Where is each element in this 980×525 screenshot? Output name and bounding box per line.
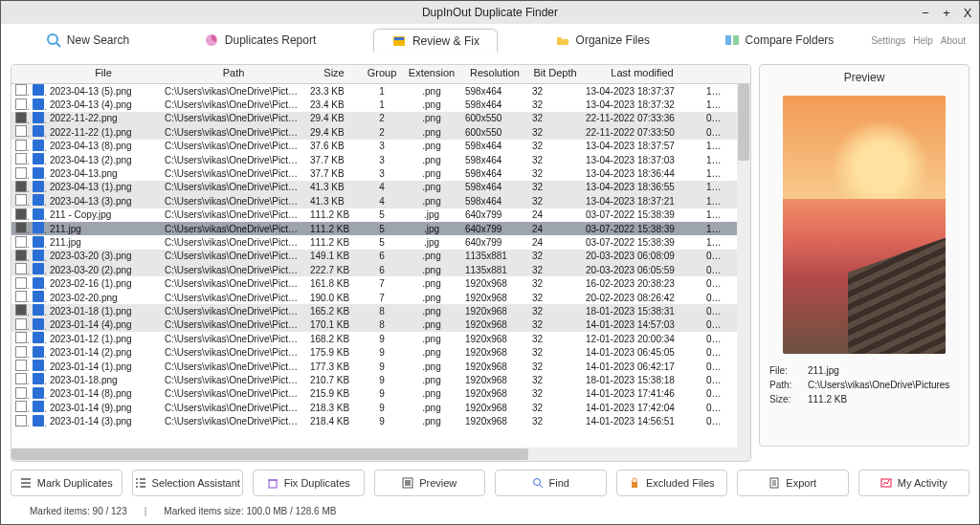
- table-row[interactable]: 2023-01-14 (4).pngC:\Users\vikas\OneDriv…: [11, 318, 750, 332]
- row-checkbox[interactable]: [15, 263, 27, 274]
- table-row[interactable]: 2023-04-13 (3).pngC:\Users\vikas\OneDriv…: [11, 194, 750, 208]
- col-res[interactable]: Resolution: [461, 65, 528, 83]
- row-checkbox[interactable]: [15, 98, 27, 110]
- row-checkbox[interactable]: [15, 332, 27, 343]
- table-row[interactable]: 2023-01-12 (1).pngC:\Users\vikas\OneDriv…: [11, 332, 750, 345]
- row-checkbox[interactable]: [15, 208, 27, 220]
- selection-assistant-button[interactable]: Selection Assistant: [132, 470, 244, 496]
- vertical-scrollbar[interactable]: [737, 84, 750, 448]
- cell-res: 598x464: [461, 139, 528, 153]
- table-row[interactable]: 2023-01-14 (1).pngC:\Users\vikas\OneDriv…: [11, 360, 750, 373]
- cell-group: 6: [362, 263, 402, 277]
- table-row[interactable]: 2023-01-14 (8).pngC:\Users\vikas\OneDriv…: [11, 387, 750, 401]
- col-size[interactable]: Size: [306, 65, 362, 83]
- horizontal-scrollbar[interactable]: [11, 448, 750, 461]
- row-checkbox[interactable]: [15, 125, 27, 137]
- tab-duplicates-report[interactable]: Duplicates Report: [187, 29, 333, 52]
- row-checkbox[interactable]: [15, 236, 27, 248]
- tab-compare-folders[interactable]: Compare Folders: [707, 29, 852, 52]
- mark-duplicates-button[interactable]: Mark Duplicates: [11, 470, 122, 496]
- find-button[interactable]: Find: [495, 470, 607, 496]
- row-checkbox[interactable]: [15, 415, 27, 427]
- cell-bit: 32: [528, 360, 582, 374]
- my-activity-button[interactable]: My Activity: [858, 470, 970, 496]
- cell-mod: 22-11-2022 07:33:36: [582, 111, 702, 125]
- row-checkbox[interactable]: [15, 291, 27, 302]
- table-row[interactable]: 2023-01-14 (9).pngC:\Users\vikas\OneDriv…: [11, 401, 750, 414]
- col-file[interactable]: File: [46, 65, 161, 83]
- table-row[interactable]: 2023-04-13 (1).pngC:\Users\vikas\OneDriv…: [11, 181, 750, 194]
- col-path[interactable]: Path: [161, 65, 306, 83]
- cell-file: 2023-04-13 (1).png: [46, 180, 161, 194]
- table-row[interactable]: 2023-01-18.pngC:\Users\vikas\OneDrive\Pi…: [11, 373, 750, 386]
- cell-lastcol: 06-: [702, 332, 724, 346]
- file-icon: [33, 194, 44, 206]
- table-row[interactable]: 2022-11-22 (1).pngC:\Users\vikas\OneDriv…: [11, 125, 750, 139]
- table-row[interactable]: 2023-02-16 (1).pngC:\Users\vikas\OneDriv…: [11, 276, 750, 290]
- row-checkbox[interactable]: [15, 346, 27, 358]
- cell-mod: 13-04-2023 18:37:03: [582, 153, 702, 167]
- tab-new-search[interactable]: New Search: [29, 29, 146, 52]
- row-checkbox[interactable]: [15, 140, 27, 151]
- maximize-button[interactable]: +: [939, 6, 954, 20]
- row-checkbox[interactable]: [15, 181, 27, 192]
- table-row[interactable]: 211.jpgC:\Users\vikas\OneDrive\Pictures\…: [11, 235, 750, 249]
- fix-duplicates-button[interactable]: Fix Duplicates: [253, 470, 365, 496]
- row-checkbox[interactable]: [15, 250, 27, 261]
- table-row[interactable]: 2023-04-13 (4).pngC:\Users\vikas\OneDriv…: [11, 98, 750, 111]
- export-button[interactable]: Export: [737, 470, 849, 496]
- row-checkbox[interactable]: [15, 360, 27, 371]
- table-row[interactable]: 2023-04-13 (8).pngC:\Users\vikas\OneDriv…: [11, 140, 750, 153]
- table-row[interactable]: 2023-04-13 (5).pngC:\Users\vikas\OneDriv…: [11, 84, 750, 98]
- scroll-thumb[interactable]: [738, 84, 749, 161]
- row-checkbox[interactable]: [15, 112, 27, 123]
- settings-link[interactable]: Settings: [871, 35, 905, 46]
- svg-line-1: [56, 43, 60, 47]
- row-checkbox[interactable]: [15, 277, 27, 289]
- file-icon: [33, 304, 44, 316]
- cell-mod: 13-04-2023 18:36:55: [582, 180, 702, 194]
- table-row[interactable]: 2023-02-20.pngC:\Users\vikas\OneDrive\Pi…: [11, 291, 750, 304]
- tab-organize-files[interactable]: Organize Files: [538, 29, 667, 52]
- cell-ext: .png: [402, 263, 461, 277]
- row-checkbox[interactable]: [15, 373, 27, 384]
- cell-size: 37.7 KB: [306, 166, 362, 181]
- row-checkbox[interactable]: [15, 304, 27, 316]
- grid-body[interactable]: 2023-04-13 (5).pngC:\Users\vikas\OneDriv…: [11, 84, 750, 448]
- table-row[interactable]: 2023-03-20 (2).pngC:\Users\vikas\OneDriv…: [11, 263, 750, 276]
- hscroll-thumb[interactable]: [11, 448, 528, 460]
- row-checkbox[interactable]: [15, 167, 27, 179]
- excluded-files-button[interactable]: Excluded Files: [616, 470, 728, 496]
- table-row[interactable]: 2022-11-22.pngC:\Users\vikas\OneDrive\Pi…: [11, 112, 750, 125]
- col-bit[interactable]: Bit Depth: [528, 65, 582, 83]
- col-ext[interactable]: Extension: [402, 65, 461, 83]
- cell-file: 2023-01-14 (9).png: [46, 401, 161, 415]
- table-row[interactable]: 2023-04-13.pngC:\Users\vikas\OneDrive\Pi…: [11, 166, 750, 180]
- table-row[interactable]: 211.jpgC:\Users\vikas\OneDrive\Pictures1…: [11, 222, 750, 235]
- row-checkbox[interactable]: [15, 84, 27, 96]
- table-row[interactable]: 2023-03-20 (3).pngC:\Users\vikas\OneDriv…: [11, 250, 750, 263]
- table-row[interactable]: 2023-04-13 (2).pngC:\Users\vikas\OneDriv…: [11, 153, 750, 166]
- help-link[interactable]: Help: [913, 35, 933, 46]
- close-button[interactable]: X: [960, 6, 975, 20]
- table-row[interactable]: 2023-01-14 (3).pngC:\Users\vikas\OneDriv…: [11, 414, 750, 427]
- table-row[interactable]: 2023-01-18 (1).pngC:\Users\vikas\OneDriv…: [11, 304, 750, 317]
- table-row[interactable]: 211 - Copy.jpgC:\Users\vikas\OneDrive\Pi…: [11, 208, 750, 222]
- minimize-button[interactable]: −: [918, 6, 933, 20]
- row-checkbox[interactable]: [15, 153, 27, 164]
- row-checkbox[interactable]: [15, 387, 27, 399]
- cell-lastcol: 06-: [702, 111, 724, 125]
- row-checkbox[interactable]: [15, 401, 27, 412]
- col-group[interactable]: Group: [362, 65, 402, 83]
- about-link[interactable]: About: [941, 35, 966, 46]
- row-checkbox[interactable]: [15, 194, 27, 206]
- table-row[interactable]: 2023-01-14 (2).pngC:\Users\vikas\OneDriv…: [11, 345, 750, 359]
- preview-button[interactable]: Preview: [374, 470, 486, 496]
- btn-label: Preview: [419, 477, 457, 489]
- row-checkbox[interactable]: [15, 318, 27, 330]
- tab-label: Compare Folders: [746, 33, 835, 47]
- tab-review-fix[interactable]: Review & Fix: [373, 29, 498, 53]
- col-mod[interactable]: Last modified: [582, 65, 702, 83]
- cell-res: 1920x968: [461, 414, 528, 428]
- row-checkbox[interactable]: [15, 222, 27, 233]
